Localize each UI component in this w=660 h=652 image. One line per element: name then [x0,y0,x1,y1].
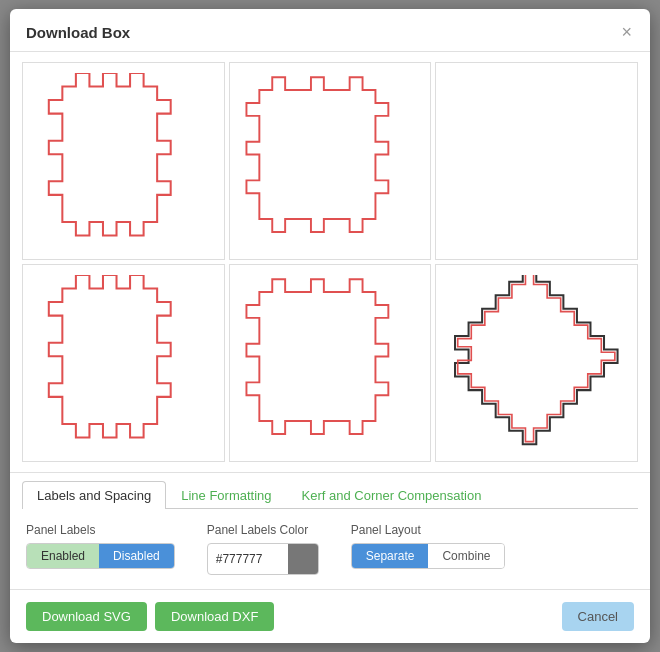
panel-labels-color-group: Panel Labels Color [207,523,319,575]
panel-preview-6 [435,264,638,462]
close-button[interactable]: × [619,23,634,41]
color-input-group [207,543,319,575]
tab-line-formatting[interactable]: Line Formatting [166,481,286,509]
panel-layout-label: Panel Layout [351,523,506,537]
download-svg-button[interactable]: Download SVG [26,602,147,631]
modal-footer: Download SVG Download DXF Cancel [10,589,650,643]
panel-labels-toggle: Enabled Disabled [26,543,175,569]
panel-labels-group: Panel Labels Enabled Disabled [26,523,175,569]
tab-bar: Labels and Spacing Line Formatting Kerf … [22,481,638,509]
preview-area [10,52,650,471]
tab-kerf-corner[interactable]: Kerf and Corner Compensation [287,481,497,509]
download-dxf-button[interactable]: Download DXF [155,602,274,631]
panel-labels-disabled-btn[interactable]: Disabled [99,544,174,568]
layout-combine-btn[interactable]: Combine [428,544,504,568]
panel-preview-3 [435,62,638,260]
panel-labels-label: Panel Labels [26,523,175,537]
layout-separate-btn[interactable]: Separate [352,544,429,568]
panel-layout-group: Panel Layout Separate Combine [351,523,506,569]
modal-header: Download Box × [10,9,650,52]
controls-section: Panel Labels Enabled Disabled Panel Labe… [10,509,650,589]
panel-layout-toggle: Separate Combine [351,543,506,569]
download-box-modal: Download Box × [10,9,650,642]
cancel-button[interactable]: Cancel [562,602,634,631]
color-swatch[interactable] [288,544,318,574]
panel-preview-4 [22,264,225,462]
color-text-input[interactable] [208,547,288,571]
tab-labels-spacing[interactable]: Labels and Spacing [22,481,166,509]
tabs-section: Labels and Spacing Line Formatting Kerf … [10,472,650,509]
panel-preview-5 [229,264,432,462]
panel-labels-color-label: Panel Labels Color [207,523,319,537]
footer-left-buttons: Download SVG Download DXF [26,602,274,631]
modal-title: Download Box [26,24,130,41]
panel-preview-1 [22,62,225,260]
modal-overlay: Download Box × [0,0,660,652]
panel-preview-2 [229,62,432,260]
panel-labels-enabled-btn[interactable]: Enabled [27,544,99,568]
